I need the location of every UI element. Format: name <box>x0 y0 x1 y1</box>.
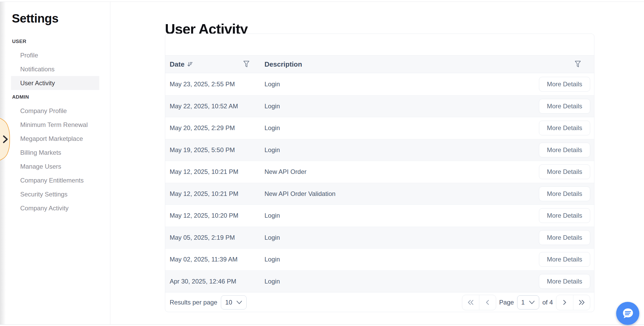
row-action-cell: More Details <box>539 274 594 289</box>
table-row: May 20, 2025, 2:29 PM Login More Details <box>165 117 594 139</box>
table-row: May 22, 2025, 10:52 AM Login More Detail… <box>165 95 594 117</box>
sidebar-item[interactable]: Company Profile <box>11 104 99 118</box>
last-page-button[interactable] <box>573 295 590 310</box>
more-details-button[interactable]: More Details <box>539 164 590 179</box>
page-label: Page <box>499 299 514 306</box>
more-details-button[interactable]: More Details <box>539 77 590 92</box>
chevron-left-icon <box>485 299 490 306</box>
sidebar-item[interactable]: Notifications <box>11 62 99 76</box>
more-details-button[interactable]: More Details <box>539 252 590 267</box>
row-date: May 23, 2025, 2:55 PM <box>165 81 264 88</box>
row-description: Login <box>264 81 539 88</box>
sidebar-item[interactable]: Billing Markets <box>11 146 99 159</box>
table-footer: Results per page 10 <box>165 292 594 312</box>
row-date: May 20, 2025, 2:29 PM <box>165 124 264 132</box>
settings-sidebar: Settings USER ProfileNotificationsUser A… <box>0 2 110 324</box>
sidebar-section-admin-label: ADMIN <box>0 90 110 104</box>
description-column-header-cell: Description <box>264 60 594 68</box>
chat-bubble-icon <box>621 307 635 320</box>
row-action-cell: More Details <box>539 164 594 179</box>
date-filter-funnel-icon[interactable] <box>243 61 249 68</box>
sidebar-item[interactable]: Profile <box>11 48 99 62</box>
row-description: Login <box>264 278 539 285</box>
row-date: May 12, 2025, 10:20 PM <box>165 212 264 219</box>
sidebar-item[interactable]: Company Entitlements <box>11 173 99 187</box>
table-row: May 19, 2025, 5:50 PM Login More Details <box>165 139 594 161</box>
row-action-cell: More Details <box>539 208 594 223</box>
row-date: Apr 30, 2025, 12:46 PM <box>165 278 264 285</box>
previous-page-button[interactable] <box>479 295 496 310</box>
table-row: May 12, 2025, 10:21 PM New API Order Val… <box>165 183 594 205</box>
next-page-button[interactable] <box>556 295 573 310</box>
pagination: Page 1 of 4 <box>462 295 590 310</box>
row-date: May 12, 2025, 10:21 PM <box>165 190 264 197</box>
page-value: 1 <box>521 299 525 306</box>
row-action-cell: More Details <box>539 186 594 201</box>
table-row: May 02, 2025, 11:39 AM Login More Detail… <box>165 248 594 270</box>
table-toolbar <box>165 34 594 55</box>
more-details-button[interactable]: More Details <box>539 274 590 289</box>
page-total-label: of 4 <box>542 299 553 306</box>
user-activity-card: Date Description May 23, <box>165 34 594 312</box>
sort-descending-icon[interactable] <box>187 61 193 67</box>
sidebar-item[interactable]: Company Activity <box>11 201 99 215</box>
sidebar-item[interactable]: Megaport Marketplace <box>11 132 99 146</box>
pagination-next-group <box>556 295 590 310</box>
row-action-cell: More Details <box>539 230 594 245</box>
more-details-button[interactable]: More Details <box>539 230 590 245</box>
description-filter-funnel-icon[interactable] <box>575 61 581 68</box>
more-details-button[interactable]: More Details <box>539 186 590 201</box>
row-action-cell: More Details <box>539 99 594 114</box>
page-select[interactable]: 1 <box>517 295 539 309</box>
table-row: May 12, 2025, 10:20 PM Login More Detail… <box>165 205 594 227</box>
date-column-header[interactable]: Date <box>170 60 184 68</box>
table-row: Apr 30, 2025, 12:46 PM Login More Detail… <box>165 270 594 292</box>
settings-nav: USER ProfileNotificationsUser Activity A… <box>0 34 110 215</box>
more-details-button[interactable]: More Details <box>539 208 590 223</box>
table-row: May 05, 2025, 2:19 PM Login More Details <box>165 227 594 249</box>
first-page-button[interactable] <box>462 295 479 310</box>
row-action-cell: More Details <box>539 77 594 92</box>
bottom-divider <box>0 324 644 325</box>
row-date: May 22, 2025, 10:52 AM <box>165 103 264 110</box>
sidebar-expand-tab[interactable] <box>0 117 11 161</box>
double-chevron-right-icon <box>578 299 585 306</box>
pagination-prev-group <box>462 295 496 310</box>
double-chevron-left-icon <box>467 299 474 306</box>
results-per-page-label: Results per page <box>170 299 217 306</box>
chevron-down-icon <box>529 300 535 304</box>
sidebar-admin-items: Company ProfileMinimum Term RenewalMegap… <box>0 104 110 215</box>
sidebar-item[interactable]: Manage Users <box>11 159 99 173</box>
sidebar-section-user-label: USER <box>0 34 110 48</box>
more-details-button[interactable]: More Details <box>539 143 590 157</box>
row-action-cell: More Details <box>539 252 594 267</box>
row-description: Login <box>264 256 539 263</box>
chat-button[interactable] <box>616 302 639 325</box>
row-description: Login <box>264 234 539 241</box>
sidebar-item[interactable]: Security Settings <box>11 187 99 201</box>
sidebar-item[interactable]: Minimum Term Renewal <box>11 118 99 132</box>
sidebar-user-items: ProfileNotificationsUser Activity <box>0 48 110 90</box>
results-per-page-value: 10 <box>225 299 232 306</box>
table-row: May 12, 2025, 10:21 PM New API Order Mor… <box>165 161 594 183</box>
sidebar-item[interactable]: User Activity <box>11 76 99 90</box>
row-description: Login <box>264 103 539 110</box>
row-date: May 02, 2025, 11:39 AM <box>165 256 264 263</box>
sidebar-title: Settings <box>12 11 110 25</box>
more-details-button[interactable]: More Details <box>539 121 590 135</box>
row-action-cell: More Details <box>539 143 594 157</box>
row-description: Login <box>264 146 539 154</box>
results-per-page-select[interactable]: 10 <box>221 295 247 309</box>
row-date: May 19, 2025, 5:50 PM <box>165 146 264 154</box>
row-date: May 05, 2025, 2:19 PM <box>165 234 264 241</box>
row-description: New API Order <box>264 168 539 175</box>
row-description: New API Order Validation <box>264 190 539 197</box>
chevron-down-icon <box>236 300 242 304</box>
row-action-cell: More Details <box>539 121 594 135</box>
chevron-right-icon <box>562 299 567 306</box>
more-details-button[interactable]: More Details <box>539 99 590 114</box>
table-row: May 23, 2025, 2:55 PM Login More Details <box>165 73 594 95</box>
table-header: Date Description <box>165 55 594 73</box>
description-column-header[interactable]: Description <box>264 60 302 68</box>
row-date: May 12, 2025, 10:21 PM <box>165 168 264 175</box>
